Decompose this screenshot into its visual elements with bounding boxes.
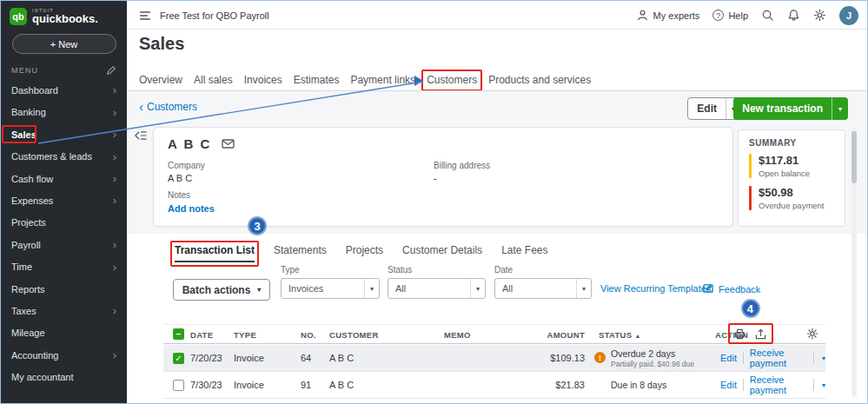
sales-tabs: Overview All sales Invoices Estimates Pa…	[139, 74, 591, 89]
tab-all-sales[interactable]: All sales	[194, 74, 233, 89]
open-balance-item: $117.81 Open balance	[749, 154, 845, 178]
transaction-row-1[interactable]: ✓ 7/20/23 Invoice 64 A B C $109.13 ! Ove…	[163, 345, 825, 372]
envelope-icon[interactable]	[222, 139, 235, 149]
sidebar: qb INTUIT quickbooks. + New MENU Dashboa…	[1, 1, 127, 403]
sidebar-item-banking[interactable]: Banking ›	[1, 102, 127, 123]
col-header-memo[interactable]: MEMO	[444, 330, 471, 340]
edit-menu-pencil-icon[interactable]	[106, 65, 116, 76]
sidebar-item-reports[interactable]: Reports	[1, 278, 127, 300]
action-divider	[743, 379, 744, 391]
action-divider	[743, 352, 744, 364]
tab-payment-links[interactable]: Payment links	[350, 74, 415, 89]
avatar[interactable]: J	[839, 6, 858, 25]
nav-toggle-icon[interactable]	[139, 10, 151, 22]
sidebar-item-mileage[interactable]: Mileage	[1, 322, 127, 344]
select-all-checkbox[interactable]: –	[173, 328, 184, 340]
sidebar-item-taxes[interactable]: Taxes ›	[1, 300, 127, 321]
overdue-warning-icon: !	[594, 352, 606, 363]
status-filter-value: All	[388, 279, 470, 298]
feedback-link[interactable]: Feedback	[703, 283, 760, 295]
batch-actions-button[interactable]: Batch actions ▾	[173, 279, 270, 301]
search-icon[interactable]	[761, 9, 774, 22]
tab-overview[interactable]: Overview	[139, 74, 182, 89]
scrollbar-thumb[interactable]	[851, 131, 857, 183]
table-settings-gear-icon[interactable]	[806, 328, 818, 341]
cell-no: 64	[301, 353, 311, 363]
billing-address-field: Billing address -	[434, 161, 490, 183]
receive-payment-link[interactable]: Receive payment	[750, 348, 807, 368]
settings-gear-icon[interactable]	[813, 9, 826, 22]
notifications-bell-icon[interactable]	[787, 9, 800, 22]
brand-block: INTUIT quickbooks.	[32, 8, 98, 25]
date-filter-select[interactable]: All ▾	[494, 278, 592, 299]
col-header-date[interactable]: DATE	[190, 330, 213, 340]
transaction-row-2[interactable]: 7/30/23 Invoice 91 A B C $21.83 Due in 8…	[163, 372, 825, 399]
sidebar-item-label: Mileage	[11, 328, 45, 338]
sidebar-item-label: Sales	[11, 129, 36, 140]
tab-invoices[interactable]: Invoices	[244, 74, 282, 89]
tab-customers[interactable]: Customers	[427, 74, 477, 89]
annotation-cursor-arrow	[414, 76, 423, 86]
overdue-payment-label: Overdue payment	[759, 201, 825, 210]
status-text: Overdue 2 days	[611, 348, 694, 359]
col-header-customer[interactable]: CUSTOMER	[329, 330, 379, 340]
cell-amount: $109.13	[550, 353, 585, 363]
tabs-divider	[127, 90, 868, 91]
new-transaction-caret-icon[interactable]: ▾	[832, 97, 848, 120]
help-label: Help	[728, 10, 748, 21]
row-actions-caret-icon[interactable]: ▾	[822, 354, 825, 362]
receive-payment-link[interactable]: Receive payment	[750, 374, 807, 395]
subtab-transaction-list[interactable]: Transaction List 3	[175, 244, 255, 262]
back-to-customers-link[interactable]: ‹ Customers	[139, 100, 197, 113]
main-area: Free Test for QBO Payroll My experts ? H…	[127, 1, 868, 403]
sidebar-item-sales[interactable]: Sales ›	[1, 123, 127, 145]
col-header-amount[interactable]: AMOUNT	[547, 330, 586, 340]
sidebar-item-expenses[interactable]: Expenses ›	[1, 189, 127, 211]
sidebar-item-accounting[interactable]: Accounting ›	[1, 344, 127, 366]
col-header-type[interactable]: TYPE	[234, 330, 256, 340]
quickbooks-logo[interactable]: qb INTUIT quickbooks.	[1, 1, 127, 27]
sidebar-item-dashboard[interactable]: Dashboard ›	[1, 79, 127, 101]
add-notes-link[interactable]: Add notes	[168, 203, 215, 214]
col-header-status[interactable]: STATUS▲	[599, 330, 641, 340]
edit-link[interactable]: Edit	[720, 353, 737, 363]
brand-name: quickbooks.	[32, 13, 98, 25]
edit-link[interactable]: Edit	[720, 380, 737, 390]
row-actions-caret-icon[interactable]: ▾	[822, 381, 825, 389]
sidebar-item-time[interactable]: Time ›	[1, 255, 127, 277]
action-divider	[813, 379, 814, 391]
row-checkbox-checked[interactable]: ✓	[173, 353, 184, 364]
new-transaction-button[interactable]: New transaction ▾	[733, 97, 848, 120]
status-header-label: STATUS	[599, 330, 632, 340]
chevron-right-icon: ›	[113, 262, 116, 273]
cell-type: Invoice	[234, 353, 264, 363]
print-icon[interactable]	[733, 328, 746, 341]
my-experts-button[interactable]: My experts	[636, 9, 700, 22]
view-recurring-templates-link[interactable]: View Recurring Templates	[600, 283, 711, 294]
export-icon[interactable]	[754, 328, 767, 341]
row-checkbox-unchecked[interactable]	[173, 380, 184, 391]
subtab-late-fees[interactable]: Late Fees	[501, 244, 547, 262]
subtab-customer-details[interactable]: Customer Details	[402, 244, 482, 262]
tab-products-and-services[interactable]: Products and services	[488, 74, 591, 89]
subtab-statements[interactable]: Statements	[274, 244, 327, 262]
sidebar-item-cash-flow[interactable]: Cash flow ›	[1, 168, 127, 189]
sidebar-item-my-accountant[interactable]: My accountant	[1, 366, 127, 387]
status-filter-select[interactable]: All ▾	[388, 278, 486, 299]
col-header-no[interactable]: NO.	[301, 330, 316, 340]
status-text: Due in 8 days	[611, 380, 666, 390]
sidebar-item-projects[interactable]: Projects	[1, 212, 127, 234]
status-detail-text: Partially paid. $40.98 due	[611, 360, 694, 368]
help-button[interactable]: ? Help	[712, 10, 748, 21]
type-filter-select[interactable]: Invoices ▾	[281, 278, 380, 299]
collapse-panel-icon[interactable]	[134, 129, 147, 145]
type-filter-caret-icon: ▾	[364, 279, 379, 298]
scrollbar-track[interactable]	[851, 128, 857, 397]
tab-estimates[interactable]: Estimates	[294, 74, 340, 89]
sidebar-item-customers-leads[interactable]: Customers & leads ›	[1, 145, 127, 167]
subtab-projects[interactable]: Projects	[346, 244, 383, 262]
type-filter-label: Type	[281, 265, 300, 275]
company-label: Company	[168, 161, 205, 170]
new-button[interactable]: + New	[12, 34, 116, 54]
sidebar-item-payroll[interactable]: Payroll ›	[1, 234, 127, 255]
